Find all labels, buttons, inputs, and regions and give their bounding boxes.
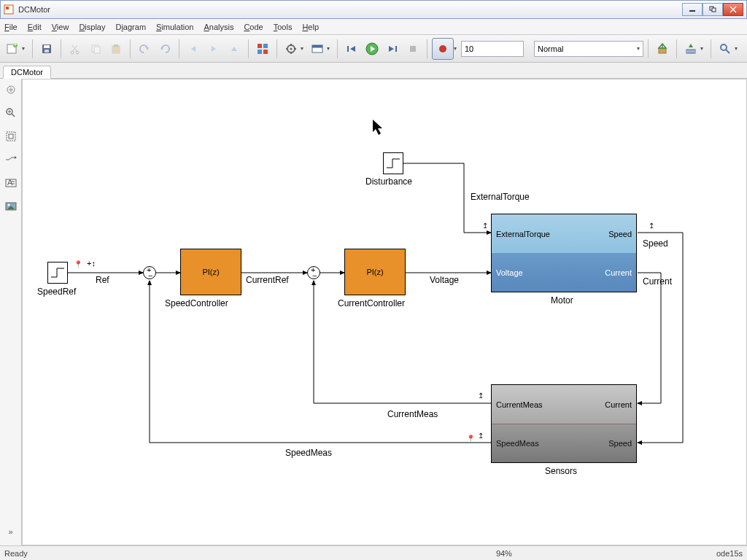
svg-rect-45 [410,46,416,52]
simulation-mode-select[interactable]: Normal▾ [534,41,643,57]
maximize-button[interactable] [703,3,723,16]
menu-code[interactable]: Code [244,23,263,31]
svg-line-63 [12,114,15,117]
paste-button[interactable] [107,39,125,58]
block-speedref[interactable] [47,262,68,284]
record-button[interactable] [432,38,454,60]
menu-file[interactable]: File [4,23,18,31]
svg-rect-20 [114,44,118,47]
model-config-button[interactable] [282,39,301,58]
image-icon[interactable] [4,200,18,213]
signal-ref: Ref [96,275,109,285]
forward-button[interactable] [204,39,223,58]
svg-rect-11 [44,45,50,48]
status-ready: Ready [4,549,28,558]
save-button[interactable] [37,39,56,58]
signal-speed: Speed [643,238,668,249]
zoom-icon[interactable] [4,106,18,120]
annotation-icon[interactable]: A [4,176,18,190]
deploy-dropdown[interactable]: ▾ [700,45,706,52]
deploy-button[interactable] [681,39,700,58]
svg-point-31 [290,47,293,50]
signal-externaltorque: ExternalTorque [471,192,530,202]
close-button[interactable] [723,3,743,16]
menu-display[interactable]: Display [79,23,105,31]
svg-rect-28 [258,50,262,54]
redo-button[interactable] [155,39,174,58]
find-button[interactable] [716,39,735,58]
svg-line-58 [726,50,729,53]
svg-point-77 [7,204,9,206]
svg-line-69 [9,158,12,160]
step-forward-button[interactable] [383,39,402,58]
step-back-button[interactable] [342,39,361,58]
back-button[interactable] [184,39,203,58]
svg-marker-89 [373,120,382,135]
label-currentcontroller: CurrentController [338,298,405,308]
hide-browser-icon[interactable] [4,83,18,96]
minimize-button[interactable] [682,3,703,16]
svg-rect-19 [112,46,120,53]
app-icon [4,4,14,15]
port-arrow-icon: ↥ [478,432,484,440]
signal-current: Current [643,276,672,287]
menu-view[interactable]: View [52,23,69,31]
svg-point-57 [721,44,727,50]
svg-rect-47 [659,48,666,53]
menu-simulation[interactable]: Simulation [156,23,193,31]
find-dropdown[interactable]: ▾ [735,45,740,52]
block-disturbance[interactable] [383,152,403,174]
sum-current[interactable]: +− [307,266,320,279]
cut-button[interactable] [66,39,85,58]
stop-time-input[interactable] [461,41,524,57]
port-arrow-icon: ↥ [478,392,484,400]
block-motor[interactable]: ExternalTorqueSpeed VoltageCurrent [491,214,637,292]
sample-time-icon[interactable] [4,153,18,166]
canvas[interactable]: SpeedRef 📍 +↕ Ref +− Disturbance Externa… [22,79,747,545]
label-speedcontroller: SpeedController [165,298,228,308]
stop-button[interactable] [403,39,422,58]
record-dropdown[interactable]: ▾ [454,45,460,52]
svg-marker-43 [389,46,394,52]
block-speedcontroller[interactable]: PI(z) [180,249,241,295]
svg-rect-39 [347,46,349,52]
new-model-dropdown[interactable]: ▾ [22,45,28,52]
menu-tools[interactable]: Tools [274,23,293,31]
sum-speed[interactable]: +− [143,266,156,279]
label-motor: Motor [551,295,573,306]
config-dropdown[interactable]: ▾ [301,45,306,52]
svg-rect-67 [9,134,13,139]
up-button[interactable] [225,39,244,58]
menu-bar: File Edit View Display Diagram Simulatio… [0,19,747,35]
copy-button[interactable] [86,39,105,58]
menu-analysis[interactable]: Analysis [204,23,233,31]
explorer-dropdown[interactable]: ▾ [327,45,333,52]
run-button[interactable] [363,39,382,58]
menu-help[interactable]: Help [302,23,319,31]
window-title: DCMotor [18,5,682,14]
label-disturbance: Disturbance [365,176,412,187]
svg-rect-66 [7,132,15,141]
model-tab[interactable]: DCMotor [3,66,51,79]
signal-speedmeas: SpeedMeas [285,448,332,458]
svg-rect-18 [94,47,100,53]
menu-edit[interactable]: Edit [28,23,42,31]
expand-icon[interactable]: » [4,525,18,538]
status-bar: Ready 94% ode15s [0,545,747,560]
svg-marker-23 [191,46,196,52]
status-zoom: 94% [496,549,512,558]
block-sensors[interactable]: CurrentMeasCurrent SpeedMeasSpeed [491,384,637,463]
new-model-button[interactable]: + [3,39,22,58]
menu-diagram[interactable]: Diagram [115,23,146,31]
svg-marker-24 [212,46,216,52]
svg-marker-56 [689,44,693,47]
block-currentcontroller[interactable]: PI(z) [344,249,406,295]
build-button[interactable] [653,39,672,58]
model-explorer-button[interactable] [308,39,327,58]
fit-to-view-icon[interactable] [4,130,18,143]
svg-marker-71 [15,156,17,159]
svg-rect-1 [6,7,9,9]
library-browser-button[interactable] [253,39,272,58]
port-arrow-icon: ↥ [482,222,488,230]
undo-button[interactable] [135,39,154,58]
